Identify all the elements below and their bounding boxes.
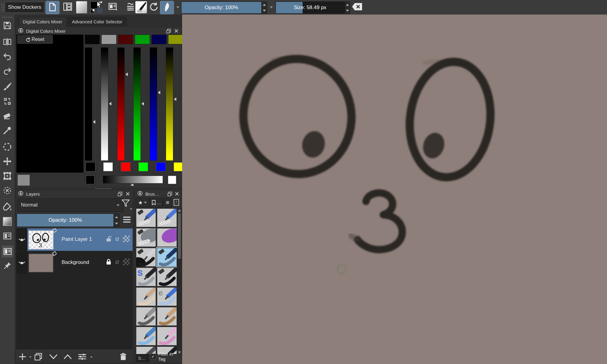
size-spinner[interactable] [344, 2, 350, 14]
opacity-caret[interactable] [270, 6, 273, 8]
opacity-spinner[interactable] [261, 2, 267, 14]
mixer-slider-handle-5[interactable] [174, 97, 176, 101]
mixer-slider-handle-4[interactable] [158, 91, 160, 94]
toolbar-grip[interactable] [1, 3, 5, 12]
scroll-up-button[interactable] [178, 209, 181, 213]
alpha-icon[interactable]: α [115, 258, 119, 265]
reload-preset-button[interactable] [148, 1, 159, 14]
deselect-tool[interactable] [2, 186, 12, 195]
blend-mode-dropdown[interactable]: Normal [17, 198, 124, 212]
brush-preset-button[interactable] [160, 1, 174, 14]
mixer-reset-button[interactable]: Reset [17, 35, 53, 44]
mixer-color-swatch-0[interactable] [85, 35, 100, 44]
locked-icon[interactable] [106, 258, 111, 265]
redo-button[interactable] [2, 66, 12, 76]
mixer-pure-swatch-4[interactable] [155, 162, 166, 172]
tab-advanced-color-selector[interactable]: Advanced Color Selector [68, 17, 127, 26]
docker-lock-icon[interactable] [18, 191, 23, 197]
docker-panel-button[interactable] [2, 231, 12, 241]
brush-preset-0[interactable] [136, 208, 156, 227]
filter-in-tag-checkbox[interactable]: ✓ Filter in Tag [150, 351, 181, 362]
opacity-slider[interactable]: Opacity: 100% [181, 2, 262, 14]
mixer-channel-slider-1[interactable] [101, 47, 108, 161]
freehand-brush-tool[interactable] [2, 82, 12, 92]
filter-layers-button[interactable] [121, 199, 130, 209]
show-dockers-button[interactable]: Show Dockers [5, 2, 44, 13]
docker-lock-icon[interactable] [18, 28, 23, 34]
mixer-pure-swatch-3[interactable] [138, 162, 149, 172]
gradient-tool[interactable] [2, 217, 12, 226]
mixer-pure-swatch-2[interactable] [120, 162, 131, 172]
canvas[interactable] [182, 15, 607, 364]
brush-preset-13[interactable] [157, 327, 177, 345]
mixer-color-swatch-4[interactable] [151, 35, 167, 44]
brush-preset-3[interactable] [157, 228, 177, 247]
duplicate-layer-button[interactable] [33, 352, 43, 362]
brushes-float-button[interactable] [167, 191, 172, 197]
brush-preset-1[interactable] [157, 208, 177, 227]
patterns-docker-button[interactable] [106, 1, 120, 14]
workspace-chooser-button[interactable] [61, 1, 74, 14]
brush-preset-5[interactable] [157, 248, 177, 267]
mixer-slider-handle-1[interactable] [109, 102, 111, 106]
brush-preset-11[interactable] [157, 307, 177, 326]
properties-caret[interactable] [90, 356, 93, 358]
display-mode-button[interactable]: ≡ [163, 198, 172, 207]
mixer-channel-slider-0[interactable] [85, 47, 92, 161]
scrollbar-thumb[interactable] [178, 213, 181, 259]
mixer-slider-handle-0[interactable] [93, 120, 95, 124]
unlocked-icon[interactable] [106, 235, 111, 242]
mixer-slider-handle-2[interactable] [125, 72, 128, 76]
mixer-pad[interactable] [16, 35, 83, 173]
brush-preset-9[interactable]: e [157, 287, 177, 306]
gradient-chooser-button[interactable] [75, 1, 88, 14]
delete-layer-button[interactable] [118, 352, 128, 362]
toolbox-grip[interactable] [2, 16, 12, 19]
mixer-slider-handle-3[interactable] [141, 102, 144, 106]
layer-opacity-spinner[interactable] [114, 214, 119, 227]
new-document-button[interactable] [46, 1, 59, 14]
layers-close-button[interactable] [125, 191, 131, 197]
alpha-inherit-icon[interactable] [123, 235, 130, 242]
mixer-pure-swatch-1[interactable] [103, 162, 114, 172]
eraser-tool[interactable] [2, 111, 12, 121]
layer-visibility-toggle[interactable] [16, 228, 27, 251]
brush-preset-8[interactable] [136, 287, 156, 306]
layer-options-button[interactable] [123, 216, 131, 224]
swap-colors-tool[interactable] [2, 96, 12, 106]
tab-digital-colors-mixer[interactable]: Digital Colors Mixer [19, 17, 66, 27]
brush-search-input[interactable]: S… [136, 354, 149, 362]
color-sampler-tool[interactable] [2, 126, 12, 135]
brush-preset-12[interactable] [136, 327, 156, 345]
layer-row-background[interactable]: Background α [16, 251, 133, 274]
docker-lock-icon[interactable] [137, 191, 143, 197]
clear-values-button[interactable] [351, 1, 364, 14]
mixer-channel-slider-3[interactable] [133, 47, 141, 161]
mixer-channel-slider-4[interactable] [150, 47, 157, 161]
brush-preset-caret[interactable] [176, 6, 179, 8]
layer-thumbnail[interactable] [29, 254, 53, 272]
mixer-value-gradient[interactable] [103, 176, 163, 184]
mixer-color-swatch-2[interactable] [118, 35, 133, 44]
preset-detail-icon[interactable] [173, 199, 179, 207]
alpha-icon[interactable]: α [115, 235, 119, 242]
brush-preset-10[interactable] [136, 307, 156, 326]
favorites-button[interactable]: ★ [136, 198, 149, 207]
undo-button[interactable] [2, 52, 12, 61]
layer-row-paint-layer-1[interactable]: 3 Paint Layer 1 α [16, 228, 133, 251]
layer-thumbnail[interactable]: 3 [29, 231, 53, 249]
brush-preset-7[interactable] [157, 268, 177, 286]
mixer-value-white-swatch[interactable] [167, 175, 177, 185]
edit-brush-settings-button[interactable] [134, 1, 148, 14]
save-button[interactable] [2, 21, 12, 30]
mixer-color-swatch-3[interactable] [135, 35, 150, 44]
mixer-pure-swatch-0[interactable] [85, 162, 96, 172]
brush-preset-2[interactable] [136, 228, 156, 247]
move-tool[interactable] [2, 157, 12, 166]
layer-properties-button[interactable] [77, 352, 87, 362]
layers-panel-header[interactable]: Layers [16, 190, 133, 198]
mixer-channel-slider-5[interactable] [166, 47, 173, 161]
layer-visibility-toggle[interactable] [16, 251, 27, 274]
mixer-panel-header[interactable]: Digital Colors Mixer [16, 27, 181, 35]
size-slider[interactable]: Size: 58.49 px [276, 2, 344, 14]
